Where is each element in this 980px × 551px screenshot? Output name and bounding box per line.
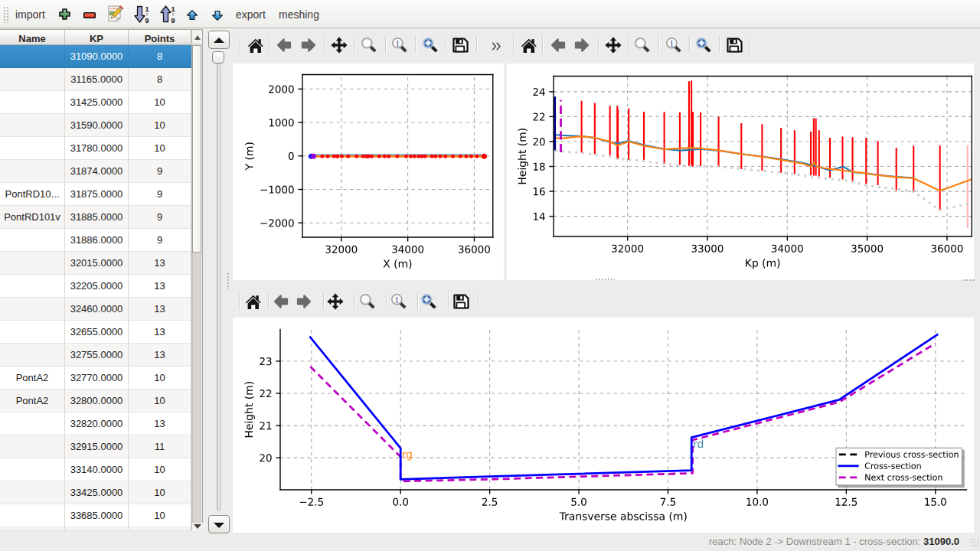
- svg-text:1: 1: [171, 5, 175, 13]
- svg-text:1: 1: [145, 5, 149, 13]
- svg-text:9: 9: [145, 17, 149, 24]
- svg-text:9: 9: [171, 17, 175, 24]
